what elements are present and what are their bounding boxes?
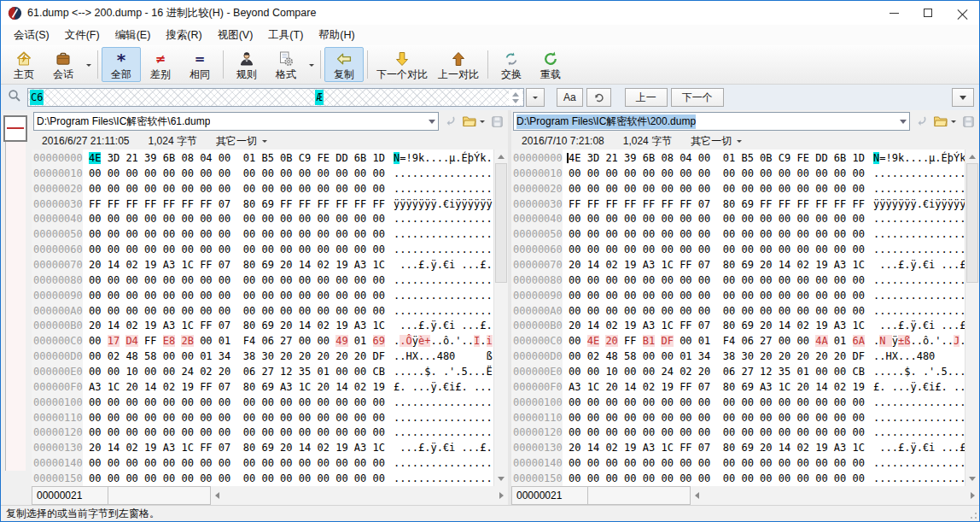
hex-byte[interactable]: 00: [354, 305, 366, 317]
ascii-char[interactable]: .: [948, 243, 954, 255]
ascii-char[interactable]: .: [430, 412, 436, 424]
ascii-char[interactable]: .: [468, 412, 474, 424]
hex-byte[interactable]: 00: [853, 290, 865, 302]
hex-byte[interactable]: 00: [605, 426, 617, 438]
hex-byte[interactable]: 00: [200, 290, 212, 302]
hex-byte[interactable]: 69: [741, 320, 753, 331]
ascii-char[interactable]: .: [462, 259, 468, 271]
ascii-char[interactable]: .: [487, 290, 493, 302]
ascii-char[interactable]: .: [468, 320, 474, 331]
hex-byte[interactable]: 00: [280, 396, 292, 408]
hex-byte[interactable]: 00: [569, 472, 580, 484]
search-input[interactable]: C6 Æ: [27, 88, 524, 107]
hex-byte[interactable]: C9: [299, 152, 311, 164]
hex-byte[interactable]: 00: [354, 457, 366, 469]
ascii-char[interactable]: .: [917, 442, 923, 454]
ascii-char[interactable]: .: [468, 426, 474, 438]
hex-byte[interactable]: 00: [335, 472, 347, 484]
ascii-char[interactable]: .: [480, 381, 486, 393]
close-button[interactable]: [945, 1, 979, 25]
ascii-char[interactable]: .: [948, 412, 954, 424]
hex-byte[interactable]: A3: [89, 381, 101, 393]
hex-byte[interactable]: 00: [760, 274, 772, 286]
hex-byte[interactable]: 14: [624, 381, 636, 393]
ascii-char[interactable]: .: [948, 305, 954, 317]
hex-byte[interactable]: 00: [723, 305, 735, 317]
hex-byte[interactable]: 00: [219, 167, 230, 179]
hex-byte[interactable]: FE: [317, 152, 329, 164]
hex-byte[interactable]: 00: [587, 305, 599, 317]
ascii-char[interactable]: .: [430, 335, 436, 347]
hex-byte[interactable]: CB: [373, 366, 385, 378]
hex-byte[interactable]: 00: [354, 396, 366, 408]
hex-byte[interactable]: 00: [373, 183, 385, 195]
hex-byte[interactable]: 02: [317, 259, 329, 271]
hex-byte[interactable]: 00: [834, 412, 846, 424]
hex-byte[interactable]: 00: [181, 228, 193, 240]
hex-byte[interactable]: 00: [853, 305, 865, 317]
hex-byte[interactable]: 06: [261, 335, 273, 347]
hex-byte[interactable]: 00: [299, 228, 311, 240]
scroll-down-arrow[interactable]: [494, 472, 508, 486]
hex-byte[interactable]: 00: [853, 183, 865, 195]
hex-byte[interactable]: 6B: [643, 152, 655, 164]
hex-byte[interactable]: 19: [661, 381, 673, 393]
hex-byte[interactable]: 00: [219, 228, 230, 240]
left-path-combobox[interactable]: D:\Program Files\IC解密软件\61.dump: [33, 112, 439, 131]
hex-byte[interactable]: 00: [163, 396, 175, 408]
expand-search-options-button[interactable]: [952, 88, 974, 107]
ascii-char[interactable]: .: [462, 457, 468, 469]
hex-byte[interactable]: 00: [853, 412, 865, 424]
hex-byte[interactable]: A3: [834, 259, 846, 271]
hex-byte[interactable]: 1D: [853, 152, 865, 164]
hex-byte[interactable]: 00: [89, 213, 101, 225]
hex-byte[interactable]: 00: [643, 243, 655, 255]
hex-byte[interactable]: 00: [815, 243, 827, 255]
ascii-char[interactable]: [917, 366, 923, 378]
hex-byte[interactable]: 00: [741, 274, 753, 286]
hex-byte[interactable]: 00: [680, 396, 691, 408]
menu-item-help[interactable]: 帮助(H): [311, 25, 362, 45]
hex-byte[interactable]: 27: [760, 335, 772, 347]
hex-byte[interactable]: 00: [815, 213, 827, 225]
hex-byte[interactable]: 20: [834, 350, 846, 362]
ascii-char[interactable]: .: [412, 290, 418, 302]
ascii-char[interactable]: .: [917, 198, 923, 210]
ascii-char[interactable]: .: [910, 396, 916, 408]
ascii-char[interactable]: .: [468, 259, 474, 271]
hex-byte[interactable]: 80: [723, 442, 735, 454]
hex-byte[interactable]: F4: [243, 335, 255, 347]
ascii-char[interactable]: .: [487, 457, 493, 469]
hex-byte[interactable]: 00: [108, 290, 120, 302]
ascii-char[interactable]: .: [455, 290, 461, 302]
ascii-char[interactable]: .: [917, 243, 923, 255]
hex-byte[interactable]: DF: [853, 350, 865, 362]
hex-byte[interactable]: 58: [624, 350, 636, 362]
ascii-char[interactable]: .: [437, 335, 443, 347]
hex-byte[interactable]: 00: [280, 228, 292, 240]
right-vertical-scrollbar[interactable]: [965, 150, 979, 486]
hex-byte[interactable]: 00: [354, 228, 366, 240]
hex-byte[interactable]: 00: [373, 243, 385, 255]
ascii-char[interactable]: .: [437, 472, 443, 484]
ascii-char[interactable]: ÿ: [487, 198, 493, 210]
hex-byte[interactable]: FF: [335, 198, 347, 210]
ascii-char[interactable]: .: [437, 396, 443, 408]
ascii-char[interactable]: .: [468, 335, 474, 347]
hex-byte[interactable]: 20: [698, 366, 710, 378]
hex-byte[interactable]: 00: [723, 290, 735, 302]
ascii-char[interactable]: [948, 350, 954, 362]
hex-byte[interactable]: 00: [680, 412, 691, 424]
hex-byte[interactable]: DF: [661, 335, 673, 347]
hex-byte[interactable]: 00: [373, 396, 385, 408]
hex-byte[interactable]: 69: [741, 198, 753, 210]
hex-byte[interactable]: 00: [834, 457, 846, 469]
ascii-char[interactable]: .: [430, 152, 436, 164]
hex-byte[interactable]: 00: [89, 396, 101, 408]
hex-byte[interactable]: 6B: [354, 152, 366, 164]
hex-byte[interactable]: 00: [605, 274, 617, 286]
ascii-char[interactable]: .: [885, 274, 891, 286]
hex-byte[interactable]: 00: [661, 350, 673, 362]
hex-byte[interactable]: 20: [760, 442, 772, 454]
hex-byte[interactable]: 00: [779, 243, 790, 255]
